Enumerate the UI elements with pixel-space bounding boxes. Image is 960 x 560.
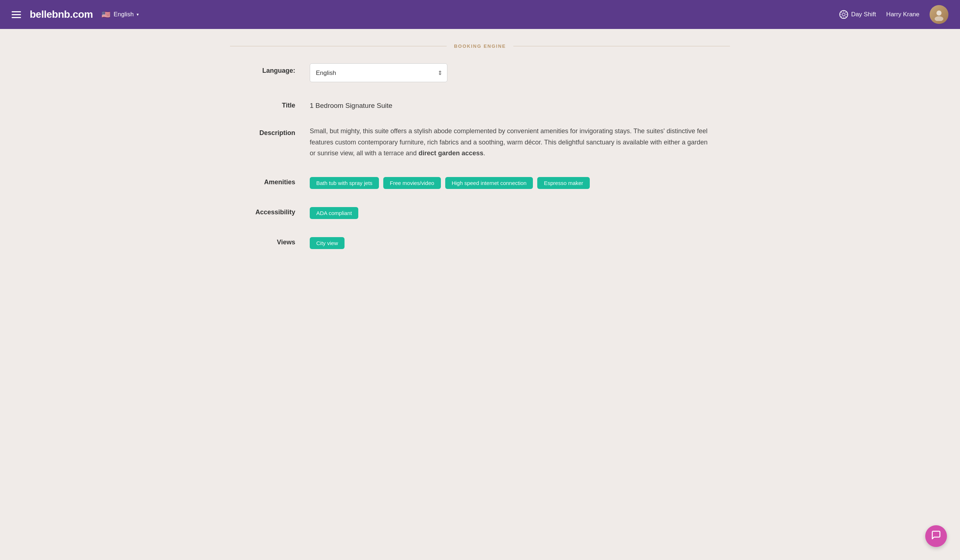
views-field-content: City view	[310, 235, 730, 249]
title-field-label: Title	[237, 98, 310, 109]
amenities-tags: Bath tub with spray jets Free movies/vid…	[310, 175, 730, 189]
amenities-field-label: Amenities	[237, 175, 310, 186]
svg-point-0	[843, 13, 846, 16]
svg-line-7	[842, 16, 842, 17]
description-end-text: .	[483, 150, 485, 157]
main-content: BOOKING ENGINE Language: English French …	[208, 29, 752, 279]
accessibility-row: Accessibility ADA compliant	[230, 205, 730, 219]
chat-button[interactable]	[925, 525, 947, 547]
svg-line-3	[842, 12, 842, 13]
avatar-image	[930, 5, 949, 24]
language-row: Language: English French Spanish German …	[230, 63, 730, 82]
header-language-label: English	[114, 11, 134, 18]
chat-icon	[931, 530, 941, 542]
views-tags: City view	[310, 235, 730, 249]
amenities-field-content: Bath tub with spray jets Free movies/vid…	[310, 175, 730, 189]
language-select-wrapper: English French Spanish German Italian ⇕	[310, 63, 447, 82]
header-right-section: Day Shift Harry Krane	[839, 5, 949, 24]
svg-point-10	[934, 16, 943, 21]
user-name: Harry Krane	[886, 11, 919, 18]
day-shift-label: Day Shift	[851, 11, 876, 18]
views-field-label: Views	[237, 235, 310, 246]
amenity-tag-2: High speed internet connection	[445, 177, 533, 189]
amenity-tag-1: Free movies/video	[383, 177, 441, 189]
language-selector[interactable]: 🇺🇸 English ▾	[101, 10, 139, 19]
language-select[interactable]: English French Spanish German Italian	[310, 63, 447, 82]
amenity-tag-0: Bath tub with spray jets	[310, 177, 379, 189]
description-value: Small, but mighty, this suite offers a s…	[310, 126, 708, 159]
description-bold-text: direct garden access	[418, 150, 483, 157]
accessibility-tags: ADA compliant	[310, 205, 730, 219]
accessibility-tag-0: ADA compliant	[310, 207, 358, 219]
main-header: bellebnb.com 🇺🇸 English ▾ Day Shift	[0, 0, 960, 29]
amenity-tag-3: Espresso maker	[537, 177, 589, 189]
description-plain-text: Small, but mighty, this suite offers a s…	[310, 128, 707, 157]
svg-point-9	[936, 11, 942, 16]
title-value: 1 Bedroom Signature Suite	[310, 98, 730, 110]
section-divider: BOOKING ENGINE	[230, 43, 730, 49]
section-label: BOOKING ENGINE	[447, 43, 513, 49]
title-row: Title 1 Bedroom Signature Suite	[230, 98, 730, 110]
flag-icon: 🇺🇸	[101, 10, 110, 19]
title-field-content: 1 Bedroom Signature Suite	[310, 98, 730, 110]
views-row: Views City view	[230, 235, 730, 249]
accessibility-field-content: ADA compliant	[310, 205, 730, 219]
sun-icon	[839, 10, 848, 19]
description-field-label: Description	[237, 126, 310, 137]
accessibility-field-label: Accessibility	[237, 205, 310, 216]
language-field-content: English French Spanish German Italian ⇕	[310, 63, 730, 82]
menu-button[interactable]	[11, 11, 21, 18]
site-logo: bellebnb.com	[30, 9, 93, 20]
chevron-down-icon: ▾	[137, 12, 139, 17]
amenities-row: Amenities Bath tub with spray jets Free …	[230, 175, 730, 189]
user-avatar[interactable]	[930, 5, 949, 24]
language-field-label: Language:	[237, 63, 310, 75]
view-tag-0: City view	[310, 237, 344, 249]
description-field-content: Small, but mighty, this suite offers a s…	[310, 126, 730, 159]
day-shift-toggle[interactable]: Day Shift	[839, 10, 876, 19]
description-row: Description Small, but mighty, this suit…	[230, 126, 730, 159]
